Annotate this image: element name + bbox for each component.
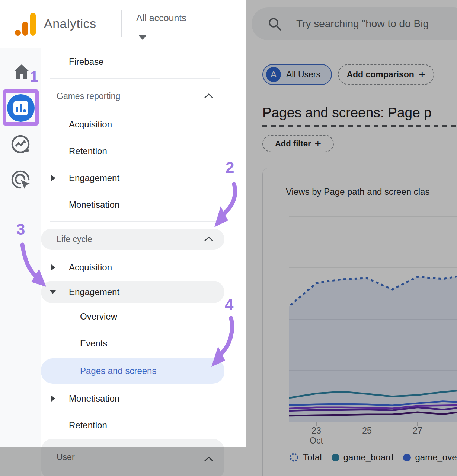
add-comparison-label: Add comparison [346,70,414,80]
all-users-chip[interactable]: A All Users [262,64,332,85]
ga4-app: Analytics All accounts Try searching "ho… [0,0,457,476]
nav-label: Acquisition [69,119,112,130]
sidebar-item-events[interactable]: Events [41,330,246,357]
x-tick-label: 25 [362,426,372,436]
sidebar-item-overview[interactable]: Overview [41,303,246,330]
legend-label: game_board [343,452,394,463]
nav-label: Overview [80,311,117,322]
legend-dashed-ring-icon [289,453,299,462]
plus-icon: + [419,68,426,82]
sidebar-item-acquisition[interactable]: Acquisition [41,111,246,138]
nav-label: Retention [69,420,107,431]
expand-arrow-icon[interactable] [51,264,55,270]
expand-arrow-icon[interactable] [51,175,55,181]
sidebar-item-retention[interactable]: Retention [41,138,246,165]
add-filter-button[interactable]: Add filter + [262,135,334,152]
search-icon [268,17,282,31]
sidebar-item-engagement[interactable]: Engagement [41,165,246,191]
nav-label: Acquisition [69,262,112,273]
plus-icon: + [315,137,322,150]
sidebar-item-monetisation[interactable]: Monetisation [41,191,246,218]
all-users-label: All Users [286,70,320,80]
app-title: Analytics [44,16,96,31]
legend-label: game_over [415,452,457,463]
nav-label: Monetisation [69,393,119,404]
nav-label: User [57,452,75,462]
nav-label: Monetisation [69,200,119,210]
top-header: Analytics All accounts Try searching "ho… [0,0,457,48]
collapse-arrow-icon[interactable] [50,290,56,294]
chevron-up-icon[interactable] [204,93,214,99]
x-tick-label: 27 [413,426,422,436]
sidebar-item-life-cycle[interactable]: Life cycle [41,224,246,254]
explore-icon[interactable] [10,134,31,155]
chart-legend: Totalgame_boardgame_over [289,452,457,463]
sidebar-item-user[interactable]: User [41,439,246,476]
chips-divider [262,92,457,92]
step-number-1: 1 [30,68,38,86]
nav-label: Pages and screens [80,366,156,376]
line-chart [262,168,457,476]
row-highlight [41,281,224,303]
sidebar-item-firebase[interactable]: Firebase [41,48,246,75]
chevron-up-icon[interactable] [204,237,214,242]
page-title[interactable]: Pages and screens: Page p [262,105,432,121]
report-navigation: FirebaseGames reportingAcquisitionRetent… [41,48,246,476]
legend-label: Total [303,452,322,463]
sidebar-item-pages-and-screens[interactable]: Pages and screens [41,357,246,385]
header-divider [121,10,122,37]
nav-label: Engagement [69,287,119,297]
nav-label: Events [80,338,107,349]
legend-dot-icon [332,454,339,461]
account-selector[interactable]: All accounts [136,13,186,23]
step-number-3: 3 [16,220,25,238]
account-caret-icon[interactable] [138,35,147,40]
search-placeholder: Try searching "how to do Big [296,18,429,30]
sidebar-item-retention[interactable]: Retention [41,412,246,439]
nav-label: Engagement [69,173,119,183]
nav-section-divider [41,218,246,224]
expand-arrow-icon[interactable] [51,396,55,402]
nav-label: Firebase [69,57,103,67]
sidebar-item-acquisition[interactable]: Acquisition [41,254,246,281]
nav-section-divider [41,75,246,81]
advertising-icon[interactable] [10,169,32,191]
total-area-fill [266,275,457,422]
step-number-2: 2 [226,159,234,177]
header-bottom-border [246,48,457,48]
legend-item-game_board[interactable]: game_board [332,452,394,463]
segment-avatar: A [266,67,281,82]
legend-item-game_over[interactable]: game_over [403,452,457,463]
nav-label: Retention [69,146,107,156]
nav-label: Games reporting [57,91,120,101]
step-number-4: 4 [225,296,233,314]
add-filter-label: Add filter [275,139,311,149]
google-analytics-logo-icon [15,13,36,36]
home-icon[interactable] [13,64,30,80]
x-tick-label: 23Oct [310,426,323,446]
title-dropdown-underline [262,125,457,127]
sidebar-item-monetisation[interactable]: Monetisation [41,385,246,412]
sidebar-item-engagement[interactable]: Engagement [41,281,246,303]
legend-item-total[interactable]: Total [289,452,322,463]
chevron-up-icon[interactable] [204,457,214,462]
sidebar-item-games-reporting[interactable]: Games reporting [41,81,246,111]
nav-label: Life cycle [57,234,92,244]
add-comparison-button[interactable]: Add comparison + [338,64,434,85]
step-highlight-box [3,89,39,126]
legend-dot-icon [403,454,411,461]
